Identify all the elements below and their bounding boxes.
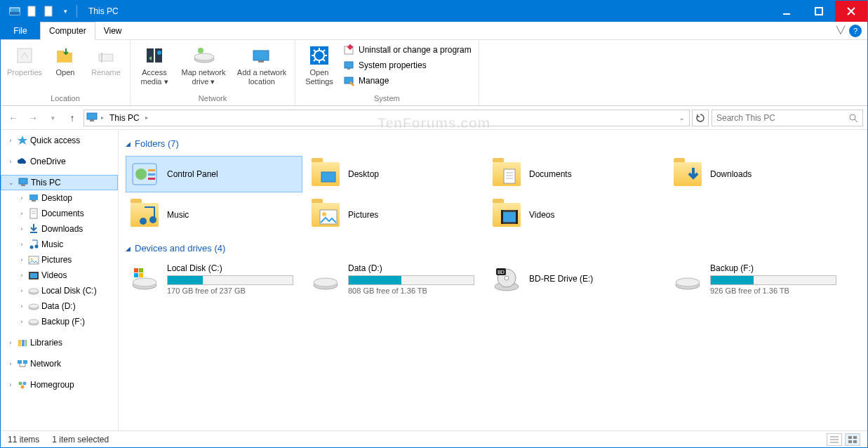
nav-pane: ›Quick access ›OneDrive ⌄This PC ›Deskto… xyxy=(1,130,119,430)
nav-pictures[interactable]: ›Pictures xyxy=(1,252,118,268)
nav-backup-f[interactable]: ›Backup (F:) xyxy=(1,314,118,329)
svg-rect-9 xyxy=(57,53,72,62)
thispc-icon xyxy=(86,112,98,124)
nav-libraries[interactable]: ›Libraries xyxy=(1,335,118,350)
crumb-sep2-icon[interactable]: ▸ xyxy=(145,114,148,121)
drive-f-fill xyxy=(711,276,754,284)
svg-rect-109 xyxy=(848,440,852,443)
minimize-button[interactable] xyxy=(770,1,803,22)
svg-rect-77 xyxy=(504,169,515,183)
nav-network[interactable]: ›Network xyxy=(1,356,118,371)
view-large-icons-button[interactable] xyxy=(845,433,860,446)
up-button[interactable]: ↑ xyxy=(64,110,81,126)
system-menu-icon[interactable] xyxy=(6,3,23,20)
svg-rect-94 xyxy=(139,273,143,277)
tile-drive-c[interactable]: Local Disk (C:)170 GB free of 237 GB xyxy=(126,261,302,297)
svg-rect-40 xyxy=(19,178,27,184)
collapse-icon: ◢ xyxy=(126,245,131,252)
crumb-sep-icon[interactable]: ▸ xyxy=(101,114,104,121)
rename-button[interactable]: Rename xyxy=(86,41,126,77)
address-dropdown-icon[interactable]: ⌄ xyxy=(679,114,685,121)
nav-desktop[interactable]: ›Desktop xyxy=(1,190,118,206)
content-area: ◢Folders (7) Control Panel Desktop Docum… xyxy=(119,130,867,430)
help-icon[interactable]: ? xyxy=(849,25,862,37)
svg-rect-91 xyxy=(134,268,138,272)
svg-rect-60 xyxy=(18,340,21,346)
properties-button[interactable]: Properties xyxy=(5,41,44,77)
tab-computer[interactable]: Computer xyxy=(40,22,95,40)
svg-point-38 xyxy=(850,114,855,120)
ribbon-group-network: Access media ▾ Map network drive ▾ Add a… xyxy=(131,40,295,105)
map-drive-button[interactable]: Map network drive ▾ xyxy=(175,41,232,86)
window-title: This PC xyxy=(80,6,119,16)
svg-rect-37 xyxy=(90,119,94,121)
ribbon: Properties Open Rename Location Access m… xyxy=(1,40,867,106)
nav-videos[interactable]: ›Videos xyxy=(1,268,118,283)
group-header-folders[interactable]: ◢Folders (7) xyxy=(126,136,867,152)
recent-button[interactable]: ▾ xyxy=(44,110,61,126)
system-properties-button[interactable]: System properties xyxy=(340,58,474,72)
svg-rect-92 xyxy=(139,268,143,272)
uninstall-program-button[interactable]: Uninstall or change a program xyxy=(340,43,474,57)
svg-rect-83 xyxy=(320,210,337,224)
nav-data-d[interactable]: ›Data (D:) xyxy=(1,298,118,314)
address-bar: ← → ▾ ↑ ▸ This PC ▸ ⌄ Search This PC xyxy=(1,106,867,130)
nav-this-pc[interactable]: ⌄This PC xyxy=(1,175,118,190)
status-bar: 11 items 1 item selected xyxy=(1,430,867,447)
forward-button[interactable]: → xyxy=(25,110,41,126)
back-button[interactable]: ← xyxy=(5,110,22,126)
tile-drive-e[interactable]: BD BD-RE Drive (E:) xyxy=(488,261,665,297)
svg-rect-76 xyxy=(321,172,335,182)
manage-button[interactable]: Manage xyxy=(340,74,474,88)
svg-rect-43 xyxy=(32,200,36,202)
maximize-button[interactable] xyxy=(803,1,835,22)
tile-control-panel[interactable]: Control Panel xyxy=(126,156,302,192)
nav-homegroup[interactable]: ›Homegroup xyxy=(1,377,118,393)
ribbon-group-location: Properties Open Rename Location xyxy=(1,40,131,105)
nav-downloads[interactable]: ›Downloads xyxy=(1,221,118,237)
nav-documents[interactable]: ›Documents xyxy=(1,206,118,221)
svg-rect-14 xyxy=(155,48,162,62)
nav-quick-access[interactable]: ›Quick access xyxy=(1,133,118,148)
nav-music[interactable]: ›Music xyxy=(1,237,118,252)
svg-rect-10 xyxy=(57,51,64,53)
qat-doc-icon[interactable] xyxy=(23,3,40,20)
nav-local-disk-c[interactable]: ›Local Disk (C:) xyxy=(1,283,118,298)
svg-point-103 xyxy=(676,278,700,286)
file-tab[interactable]: File xyxy=(1,22,40,39)
add-network-location-button[interactable]: Add a network location xyxy=(233,41,291,86)
group-header-drives[interactable]: ◢Devices and drives (4) xyxy=(126,240,867,256)
close-button[interactable] xyxy=(835,1,867,22)
tile-videos[interactable]: Videos xyxy=(488,197,665,233)
tile-music[interactable]: Music xyxy=(126,197,302,233)
status-selected: 1 item selected xyxy=(52,435,109,444)
refresh-button[interactable] xyxy=(692,110,709,126)
tile-downloads[interactable]: Downloads xyxy=(669,156,846,192)
ribbon-collapse-icon[interactable]: ╲╱ xyxy=(836,26,845,34)
tile-pictures[interactable]: Pictures xyxy=(307,197,483,233)
svg-rect-74 xyxy=(148,173,155,176)
svg-point-18 xyxy=(198,48,203,53)
svg-rect-13 xyxy=(147,48,154,62)
access-media-button[interactable]: Access media ▾ xyxy=(135,41,174,86)
tile-desktop[interactable]: Desktop xyxy=(307,156,483,192)
tile-drive-d[interactable]: Data (D:)808 GB free of 1.36 TB xyxy=(307,261,483,297)
tile-drive-f[interactable]: Backup (F:)926 GB free of 1.36 TB xyxy=(669,261,846,297)
open-settings-button[interactable]: Open Settings xyxy=(300,41,339,86)
crumb-thispc[interactable]: This PC xyxy=(107,113,142,123)
qat-dropdown-icon[interactable]: ▾ xyxy=(57,3,74,20)
drive-d-fill xyxy=(349,276,401,284)
address-box[interactable]: ▸ This PC ▸ ⌄ xyxy=(84,110,690,126)
nav-onedrive[interactable]: ›OneDrive xyxy=(1,154,118,169)
search-input[interactable]: Search This PC xyxy=(712,110,863,126)
qat-doc2-icon[interactable] xyxy=(40,3,57,20)
tile-documents[interactable]: Documents xyxy=(488,156,665,192)
svg-rect-5 xyxy=(815,8,822,15)
tab-view[interactable]: View xyxy=(95,22,131,39)
svg-point-48 xyxy=(30,246,34,249)
svg-rect-33 xyxy=(345,62,353,68)
svg-rect-34 xyxy=(347,68,350,70)
view-details-button[interactable] xyxy=(827,433,842,446)
open-button[interactable]: Open xyxy=(46,41,85,77)
svg-rect-36 xyxy=(87,113,97,119)
